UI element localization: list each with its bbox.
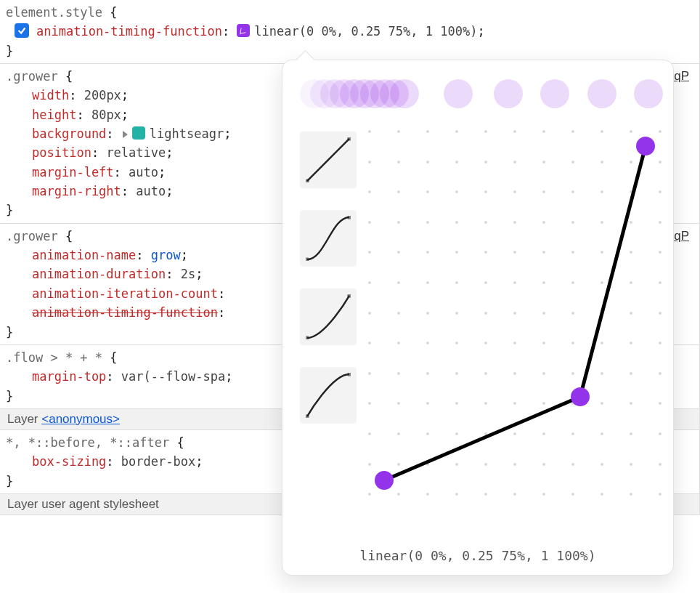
preview-dot (540, 79, 569, 108)
layer-label: Layer user agent stylesheet (7, 497, 159, 511)
preview-dot (494, 79, 523, 108)
css-property-value[interactable]: linear(0 0%, 0.25 75%, 1 100%) (254, 24, 477, 39)
preview-dot (390, 79, 419, 108)
easing-preset-ease-in-out[interactable] (300, 210, 357, 267)
css-property-value[interactable]: relative (106, 145, 166, 160)
css-selector[interactable]: .grower (6, 69, 58, 84)
easing-presets-list (300, 132, 357, 424)
easing-preset-ease-in[interactable] (300, 289, 357, 345)
css-property-name[interactable]: animation-iteration-count (32, 286, 218, 301)
easing-preset-linear[interactable] (300, 132, 357, 188)
preview-dot (444, 79, 473, 108)
css-property-value[interactable]: auto (136, 184, 166, 198)
css-property-value[interactable]: lightseagr (150, 126, 224, 141)
css-selector[interactable]: .grower (6, 229, 58, 243)
css-property-value[interactable]: grow (151, 248, 181, 262)
css-property-name[interactable]: animation-timing-function (32, 305, 218, 320)
css-selector[interactable]: .flow > * + * (6, 350, 102, 365)
css-rule-block: element.style { animation-timing-functio… (0, 0, 699, 64)
css-property-name[interactable]: animation-timing-function (36, 24, 222, 39)
css-declaration[interactable]: animation-timing-function: linear(0 0%, … (6, 22, 693, 41)
property-toggle-checkbox[interactable] (15, 23, 29, 38)
css-property-name[interactable]: background (32, 126, 106, 141)
easing-preset-ease-out[interactable] (300, 367, 357, 424)
css-property-value[interactable]: border-box (121, 454, 195, 469)
color-swatch-icon[interactable] (132, 126, 145, 140)
css-property-name[interactable]: width (32, 88, 69, 102)
preview-dot (587, 79, 616, 108)
css-property-name[interactable]: margin-right (32, 184, 121, 198)
curve-control-point[interactable] (375, 471, 394, 490)
css-property-value[interactable]: var(--flow-spa (121, 369, 225, 384)
css-property-name[interactable]: animation-duration (32, 267, 166, 281)
curve-control-point[interactable] (571, 387, 590, 406)
css-property-name[interactable]: margin-left (32, 165, 114, 179)
css-property-value[interactable]: 200px (84, 88, 121, 102)
css-property-name[interactable]: height (32, 108, 76, 122)
css-property-name[interactable]: box-sizing (32, 454, 106, 469)
animation-preview-row (300, 78, 656, 110)
preview-dot (634, 79, 663, 108)
easing-curve-canvas[interactable] (370, 132, 660, 495)
css-property-name[interactable]: margin-top (32, 369, 106, 384)
easing-swatch-icon[interactable] (237, 24, 250, 37)
css-property-value[interactable]: auto (129, 165, 158, 179)
expand-value-icon[interactable] (123, 131, 128, 138)
layer-label: Layer (7, 412, 41, 426)
css-selector[interactable]: element.style (6, 5, 102, 20)
curve-control-point[interactable] (636, 137, 655, 156)
css-property-name[interactable]: animation-name (32, 248, 136, 262)
easing-editor-popover[interactable]: linear(0 0%, 0.25 75%, 1 100%) (282, 60, 674, 576)
layer-link[interactable]: <anonymous> (41, 412, 120, 426)
css-selector[interactable]: *, *::before, *::after (6, 435, 169, 450)
css-property-value[interactable]: 80px (91, 108, 121, 122)
css-property-name[interactable]: position (32, 145, 91, 160)
easing-curve-editor[interactable] (370, 132, 660, 495)
easing-value-text: linear(0 0%, 0.25 75%, 1 100%) (282, 548, 673, 563)
css-property-value[interactable]: 2s (181, 267, 195, 281)
